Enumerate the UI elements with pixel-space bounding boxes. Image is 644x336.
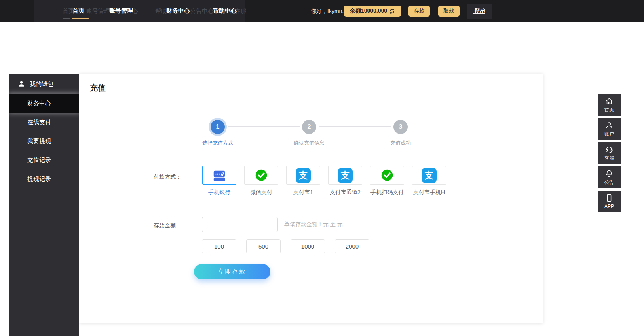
step-connector-2 <box>319 126 391 127</box>
payment-name-mobile-scan-pay[interactable]: 手机扫码支付 <box>363 189 411 196</box>
user-icon <box>18 80 25 87</box>
recharge-panel: 充值 1 2 3 选择充值方式 确认充值信息 充值成功 付款方式： 支 <box>79 74 543 323</box>
phone-icon <box>605 194 614 202</box>
step-3-circle: 3 <box>393 120 408 134</box>
rail-label: 客服 <box>604 155 614 162</box>
payment-name-mobile-bank[interactable]: 手机银行 <box>196 189 243 196</box>
sidebar-header-my-wallet: 我的钱包 <box>9 74 79 94</box>
refresh-balance-icon[interactable] <box>389 8 395 14</box>
rail-label: 公告 <box>604 179 614 186</box>
rail-item-app[interactable]: APP <box>598 191 621 212</box>
payment-tile-mobile-bank[interactable] <box>202 166 236 185</box>
payment-tile-alipay-1[interactable]: 支 <box>286 166 320 185</box>
deposit-amount-input[interactable] <box>202 217 278 232</box>
sidebar-item-withdraw[interactable]: 我要提现 <box>9 132 79 151</box>
home-icon <box>605 97 614 106</box>
user-greeting: 你好，fkymn... <box>311 0 347 22</box>
step-2-circle: 2 <box>302 120 316 134</box>
step-3-label: 充值成功 <box>373 140 428 147</box>
payment-tile-wechat-pay[interactable] <box>244 166 278 185</box>
rail-label: 账户 <box>604 131 614 138</box>
balance-amount: 余额10000.000 <box>350 8 387 15</box>
sidebar-item-finance-center[interactable]: 财务中心 <box>9 94 79 113</box>
nav-item-account-management[interactable]: 账号管理 <box>109 7 133 15</box>
rail-label: 首页 <box>604 107 614 113</box>
step-1-circle: 1 <box>211 120 225 134</box>
deposit-now-button[interactable]: 立即存款 <box>194 264 270 279</box>
nav-item-help-center[interactable]: 帮助中心 <box>213 7 237 15</box>
alipay-icon: 支 <box>338 168 353 183</box>
payment-name-wechat-pay[interactable]: 微信支付 <box>237 189 285 196</box>
quick-amount-100[interactable]: 100 <box>202 239 236 253</box>
rail-item-announcements[interactable]: 公告 <box>598 166 621 188</box>
alipay-icon: 支 <box>296 168 311 183</box>
user-outline-icon <box>605 121 614 130</box>
sidebar-header-label: 我的钱包 <box>30 80 53 88</box>
balance-button[interactable]: 余额10000.000 <box>344 6 401 17</box>
rail-item-account[interactable]: 账户 <box>598 118 621 140</box>
payment-method-label: 付款方式： <box>146 174 181 181</box>
sidebar-item-withdraw-records[interactable]: 提现记录 <box>9 170 79 189</box>
rail-item-customer-service[interactable]: 客服 <box>598 142 621 164</box>
quick-amount-2000[interactable]: 2000 <box>335 239 369 253</box>
deposit-amount-hint: 单笔存款金额！元 至 元 <box>284 221 343 228</box>
headset-icon <box>605 145 614 154</box>
nav-item-home[interactable]: 首页 <box>72 7 84 15</box>
rail-label: APP <box>604 204 614 209</box>
payment-name-alipay-channel-2[interactable]: 支付宝通道2 <box>321 189 369 196</box>
payment-name-alipay-mobile-h[interactable]: 支付宝手机H <box>405 189 453 196</box>
wallet-sidebar: 我的钱包 财务中心 在线支付 我要提现 充值记录 提现记录 <box>9 74 79 336</box>
nav-item-finance-center[interactable]: 财务中心 <box>166 7 190 15</box>
top-navigation-bar: 首页 账号管理 财务中心 帮助中心 公告中心 在线客服 首页 账号管理 财务中心… <box>0 0 644 22</box>
ghost-nav-account: 账号管理 <box>86 8 110 15</box>
wechat-pay-icon <box>254 168 269 183</box>
nav-underline-ghost <box>63 18 70 19</box>
sidebar-item-recharge-records[interactable]: 充值记录 <box>9 151 79 170</box>
bell-icon <box>605 169 614 178</box>
payment-tile-alipay-channel-2[interactable]: 支 <box>328 166 362 185</box>
page-title: 充值 <box>90 83 106 93</box>
ghost-nav-announcement: 公告中心 <box>190 8 214 15</box>
payment-tile-alipay-mobile-h[interactable]: 支 <box>412 166 446 185</box>
payment-name-alipay-1[interactable]: 支付宝1 <box>279 189 327 196</box>
wechat-pay-icon <box>380 168 395 183</box>
logout-tile: 登出 <box>467 4 492 19</box>
logout-link[interactable]: 登出 <box>473 8 485 15</box>
deposit-button[interactable]: 存款 <box>408 6 430 17</box>
nav-strip-background: 首页 账号管理 财务中心 帮助中心 公告中心 在线客服 首页 账号管理 财务中心… <box>34 0 245 22</box>
rail-item-home[interactable]: 首页 <box>598 94 621 116</box>
nav-underline-active <box>72 18 89 19</box>
step-2-label: 确认充值信息 <box>281 140 337 147</box>
bank-card-icon <box>212 168 227 183</box>
step-1-label: 选择充值方式 <box>190 140 245 147</box>
payment-tile-mobile-scan-pay[interactable] <box>370 166 404 185</box>
deposit-amount-label: 存款金额： <box>146 222 181 229</box>
withdraw-button[interactable]: 取款 <box>438 6 460 17</box>
sidebar-item-online-payment[interactable]: 在线支付 <box>9 113 79 132</box>
alipay-icon: 支 <box>422 168 437 183</box>
quick-amount-1000[interactable]: 1000 <box>291 239 325 253</box>
step-connector-1 <box>228 126 300 127</box>
quick-amount-500[interactable]: 500 <box>246 239 281 253</box>
title-divider <box>90 108 532 108</box>
